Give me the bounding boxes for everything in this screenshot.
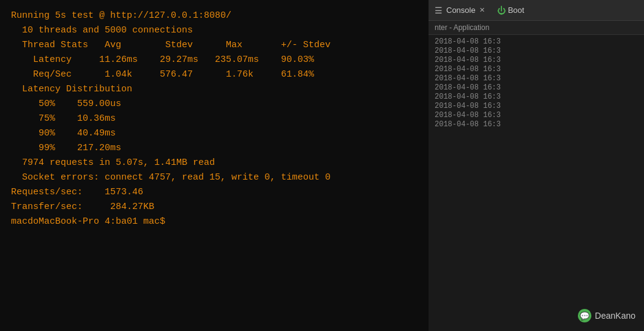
terminal-line-reqsec-line: Req/Sec 1.04k 576.47 1.76k 61.84% bbox=[11, 67, 417, 82]
log-entry: 2018-04-08 16:3 bbox=[435, 111, 638, 120]
log-timestamp: 2018-04-08 16:3 bbox=[435, 102, 501, 110]
console-icon: ☰ bbox=[435, 6, 443, 15]
log-list: 2018-04-08 16:32018-04-08 16:32018-04-08… bbox=[429, 35, 644, 331]
right-header: ☰ Console ✕ ⏻ Boot bbox=[429, 0, 644, 21]
log-timestamp: 2018-04-08 16:3 bbox=[435, 74, 501, 83]
log-timestamp: 2018-04-08 16:3 bbox=[435, 47, 501, 55]
log-entry: 2018-04-08 16:3 bbox=[435, 74, 638, 83]
right-panel: ☰ Console ✕ ⏻ Boot nter - Application 20… bbox=[429, 0, 644, 331]
log-timestamp: 2018-04-08 16:3 bbox=[435, 37, 501, 46]
terminal-line-latency-line: Latency 11.26ms 29.27ms 235.07ms 90.03% bbox=[11, 53, 417, 67]
log-timestamp: 2018-04-08 16:3 bbox=[435, 120, 501, 129]
watermark-name: DeanKano bbox=[595, 311, 635, 321]
terminal-line-p75: 75% 10.36ms bbox=[11, 112, 417, 126]
log-entry: 2018-04-08 16:3 bbox=[435, 93, 638, 101]
console-tab[interactable]: ☰ Console ✕ bbox=[435, 6, 485, 15]
terminal-line-prompt: macdoMacBook-Pro 4:ba01 mac$ bbox=[11, 215, 417, 229]
watermark: 💬 DeanKano bbox=[578, 309, 635, 322]
close-icon[interactable]: ✕ bbox=[479, 6, 485, 14]
log-entry: 2018-04-08 16:3 bbox=[435, 83, 638, 92]
log-entry: 2018-04-08 16:3 bbox=[435, 47, 638, 55]
terminal-line-lat-dist: Latency Distribution bbox=[11, 82, 417, 97]
power-icon: ⏻ bbox=[497, 6, 506, 15]
app-label: nter - Application bbox=[429, 21, 644, 35]
terminal-line-transfer-val: Transfer/sec: 284.27KB bbox=[11, 200, 417, 215]
log-entry: 2018-04-08 16:3 bbox=[435, 120, 638, 129]
terminal-line-threads-line: 10 threads and 5000 connections bbox=[11, 23, 417, 38]
boot-label: Boot bbox=[508, 6, 525, 15]
terminal-line-p99: 99% 217.20ms bbox=[11, 141, 417, 156]
log-timestamp: 2018-04-08 16:3 bbox=[435, 111, 501, 120]
boot-button[interactable]: ⏻ Boot bbox=[497, 6, 525, 15]
log-entry: 2018-04-08 16:3 bbox=[435, 37, 638, 46]
terminal-line-socket-errors: Socket errors: connect 4757, read 15, wr… bbox=[11, 170, 417, 185]
log-timestamp: 2018-04-08 16:3 bbox=[435, 65, 501, 74]
log-entry: 2018-04-08 16:3 bbox=[435, 56, 638, 64]
terminal-line-p50: 50% 559.00us bbox=[11, 97, 417, 112]
log-timestamp: 2018-04-08 16:3 bbox=[435, 93, 501, 101]
terminal-line-p90: 90% 40.49ms bbox=[11, 126, 417, 141]
log-timestamp: 2018-04-08 16:3 bbox=[435, 56, 501, 64]
terminal-line-stats-header: Thread Stats Avg Stdev Max +/- Stdev bbox=[11, 38, 417, 53]
terminal-line-requests-read: 7974 requests in 5.07s, 1.41MB read bbox=[11, 156, 417, 170]
log-entry: 2018-04-08 16:3 bbox=[435, 102, 638, 110]
terminal-line-run-line: Running 5s test @ http://127.0.0.1:8080/ bbox=[11, 9, 417, 23]
wechat-icon: 💬 bbox=[578, 309, 591, 322]
console-label: Console bbox=[446, 6, 476, 15]
terminal-panel: Running 5s test @ http://127.0.0.1:8080/… bbox=[0, 0, 429, 331]
terminal-line-reqsec-val: Requests/sec: 1573.46 bbox=[11, 185, 417, 200]
log-timestamp: 2018-04-08 16:3 bbox=[435, 83, 501, 92]
log-entry: 2018-04-08 16:3 bbox=[435, 65, 638, 74]
